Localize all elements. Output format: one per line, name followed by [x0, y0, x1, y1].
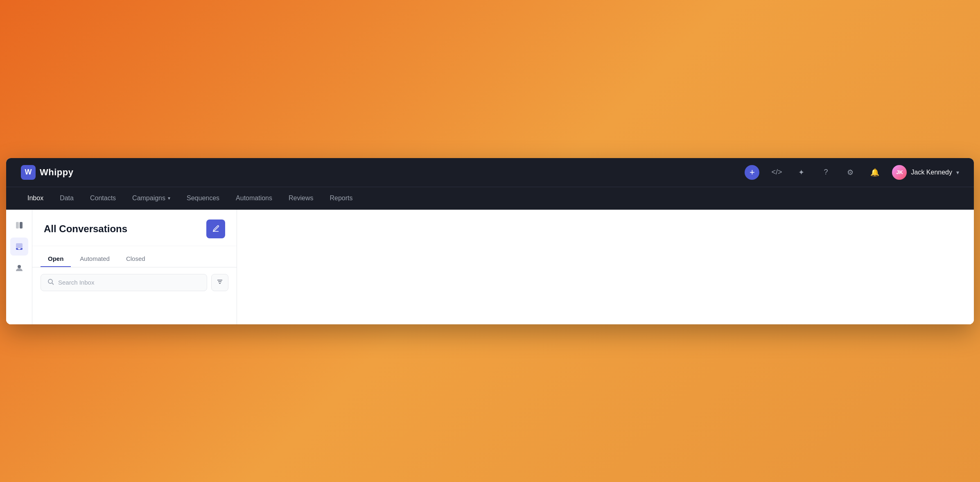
compose-icon — [212, 225, 220, 233]
nav-item-contacts[interactable]: Contacts — [84, 191, 122, 205]
user-name: Jack Kennedy — [911, 169, 952, 176]
notifications-button[interactable]: 🔔 — [867, 165, 882, 180]
sidebar-inbox-button[interactable] — [10, 238, 28, 256]
panel-title: All Conversations — [44, 223, 127, 235]
nav-item-reports[interactable]: Reports — [323, 191, 359, 205]
tabs-row: Open Automated Closed — [32, 246, 237, 267]
bell-icon: 🔔 — [870, 168, 879, 177]
plus-icon: + — [750, 167, 755, 178]
svg-rect-1 — [20, 222, 23, 229]
sidebar-toggle-button[interactable] — [10, 216, 28, 234]
nav-item-data[interactable]: Data — [53, 191, 80, 205]
sidebar-toggle-icon — [15, 221, 23, 229]
code-icon: </> — [771, 168, 782, 177]
app-window: W Whippy + </> ✦ ? ⚙ 🔔 — [6, 158, 974, 324]
main-area — [237, 210, 974, 324]
app-name: Whippy — [40, 167, 73, 178]
whippy-logo[interactable]: W Whippy — [21, 165, 73, 180]
help-icon: ? — [824, 168, 828, 177]
nav-item-reviews[interactable]: Reviews — [282, 191, 320, 205]
tab-closed[interactable]: Closed — [119, 251, 153, 267]
search-input-wrapper[interactable] — [41, 274, 207, 291]
secondary-nav: Inbox Data Contacts Campaigns ▾ Sequence… — [6, 187, 974, 210]
nav-right: + </> ✦ ? ⚙ 🔔 JK Jack Kennedy ▾ — [745, 165, 959, 180]
svg-rect-0 — [16, 222, 19, 229]
svg-rect-2 — [16, 243, 23, 248]
integrations-icon: ✦ — [798, 168, 804, 177]
svg-line-5 — [52, 283, 54, 285]
code-button[interactable]: </> — [769, 165, 784, 180]
avatar: JK — [892, 165, 907, 180]
nav-left: W Whippy — [21, 165, 73, 180]
main-content: All Conversations Open Automated Closed — [6, 210, 974, 324]
top-nav: W Whippy + </> ✦ ? ⚙ 🔔 — [6, 158, 974, 187]
nav-item-campaigns[interactable]: Campaigns ▾ — [126, 191, 177, 205]
add-new-button[interactable]: + — [745, 165, 759, 180]
inbox-icon — [15, 242, 23, 251]
user-menu[interactable]: JK Jack Kennedy ▾ — [892, 165, 959, 180]
chevron-down-icon: ▾ — [956, 169, 959, 176]
sidebar-icons — [6, 210, 32, 324]
svg-point-3 — [18, 265, 21, 268]
search-icon — [47, 278, 54, 287]
settings-button[interactable]: ⚙ — [843, 165, 858, 180]
compose-button[interactable] — [206, 220, 225, 238]
chevron-down-icon: ▾ — [168, 195, 170, 201]
help-button[interactable]: ? — [818, 165, 833, 180]
search-bar-row — [32, 267, 237, 298]
tab-open[interactable]: Open — [41, 251, 71, 267]
integrations-button[interactable]: ✦ — [794, 165, 808, 180]
panel-header: All Conversations — [32, 210, 237, 246]
search-input[interactable] — [58, 279, 200, 286]
contacts-icon — [15, 264, 23, 272]
nav-item-automations[interactable]: Automations — [229, 191, 279, 205]
nav-item-sequences[interactable]: Sequences — [180, 191, 226, 205]
logo-icon: W — [21, 165, 36, 180]
sidebar-contacts-button[interactable] — [10, 259, 28, 277]
conversations-panel: All Conversations Open Automated Closed — [32, 210, 237, 324]
settings-icon: ⚙ — [847, 168, 854, 177]
filter-icon — [217, 278, 223, 287]
svg-point-4 — [48, 279, 52, 283]
filter-button[interactable] — [211, 274, 228, 291]
nav-item-inbox[interactable]: Inbox — [21, 191, 50, 205]
tab-automated[interactable]: Automated — [72, 251, 117, 267]
